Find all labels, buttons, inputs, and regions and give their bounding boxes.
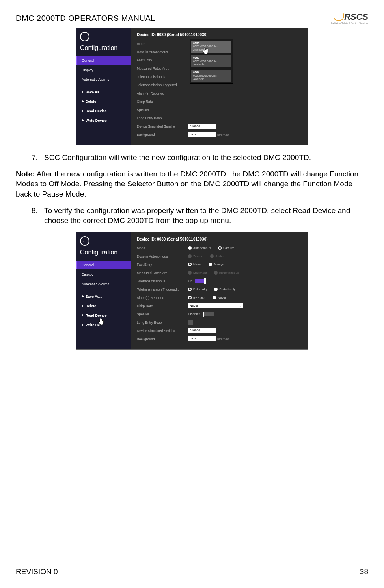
sidebar-item-delete[interactable]: +Delete xyxy=(76,97,131,106)
config-title-2: Configuration xyxy=(76,249,131,261)
radio-autonomous[interactable]: Autonomous xyxy=(188,246,211,250)
radio-never[interactable]: Never xyxy=(188,263,201,266)
radio-byflash[interactable]: By Flash xyxy=(188,296,205,299)
checkbox-beep[interactable] xyxy=(188,320,193,325)
serial-input-2[interactable]: 010030 xyxy=(188,328,216,333)
background-input-2[interactable]: 0.00 xyxy=(188,336,216,341)
back-button-2[interactable]: ← xyxy=(80,236,89,246)
step-list-2: 8.To verify the configuration was proper… xyxy=(16,206,368,226)
screenshot-read-device: ← Configuration General Display Automati… xyxy=(76,232,308,350)
sidebar-item-write[interactable]: +Write Device xyxy=(76,116,131,125)
chevron-down-icon: ⌄ xyxy=(239,304,242,308)
page-footer: REVISION 0 38 xyxy=(16,568,368,576)
sidebar-item-saveas-2[interactable]: +Save As... xyxy=(76,292,131,301)
background-input[interactable]: 0.00 xyxy=(188,132,216,137)
config-sidebar-2: ← Configuration General Display Automati… xyxy=(76,232,131,349)
device-select-popup: 0030 0023:c500:0000:1ee Available 0003 0… xyxy=(190,39,233,84)
sidebar-item-alarms-2[interactable]: Automatic Alarms xyxy=(76,280,131,288)
sidebar-item-write-2[interactable]: +Write De xyxy=(76,321,131,329)
cursor-hand-icon xyxy=(202,47,209,56)
device-id-header-2: Device ID: 0030 (Serial 501011010030) xyxy=(137,237,302,241)
radio-alarm-never[interactable]: Never xyxy=(213,296,226,299)
cursor-hand-icon-2 xyxy=(98,317,105,326)
serial-input[interactable]: 010030 xyxy=(188,124,216,129)
sidebar-item-general-2[interactable]: General xyxy=(76,261,131,269)
step-7: 7.SCC Configuration will write the new c… xyxy=(32,152,368,163)
popup-device-0030[interactable]: 0030 0023:c500:0000:1ee Available xyxy=(191,41,231,53)
device-id-header: Device ID: 0030 (Serial 501011010030) xyxy=(137,33,302,37)
sidebar-item-alarms[interactable]: Automatic Alarms xyxy=(76,75,131,84)
toggle-teletrans[interactable]: On xyxy=(188,279,206,283)
back-button[interactable]: ← xyxy=(80,32,89,41)
radio-externally[interactable]: Externally xyxy=(188,288,207,291)
popup-device-0003[interactable]: 0003 0023:c500:0000:1e Available xyxy=(191,55,231,67)
sidebar-item-saveas[interactable]: +Save As... xyxy=(76,88,131,96)
sidebar-item-display[interactable]: Display xyxy=(76,66,131,74)
screenshot-write-device: ← Configuration General Display Automati… xyxy=(76,28,308,145)
radio-zeroed[interactable]: Zeroed xyxy=(188,254,203,258)
sidebar-item-read[interactable]: +Read Device xyxy=(76,107,131,115)
sidebar-item-display-2[interactable]: Display xyxy=(76,270,131,279)
manual-title: DMC 2000TD OPERATORS MANUAL xyxy=(16,14,155,23)
radio-maximum[interactable]: Maximum xyxy=(188,271,207,275)
popup-device-0004[interactable]: 0004 0023:c500:0000:ec Available xyxy=(191,70,231,82)
step-list: 7.SCC Configuration will write the new c… xyxy=(16,152,368,163)
radio-satellite[interactable]: Satellite xyxy=(218,246,234,250)
step-8: 8.To verify the configuration was proper… xyxy=(32,206,368,226)
sidebar-item-delete-2[interactable]: +Delete xyxy=(76,302,131,310)
page-number: 38 xyxy=(360,568,368,576)
config-main-2: Device ID: 0030 (Serial 501011010030) Mo… xyxy=(131,232,308,349)
revision-label: REVISION 0 xyxy=(16,568,58,576)
sidebar-item-general[interactable]: General xyxy=(76,56,131,65)
radio-addedup[interactable]: Added Up xyxy=(210,254,229,258)
config-title: Configuration xyxy=(76,45,131,56)
radio-periodically[interactable]: Periodically xyxy=(214,288,235,291)
radio-always[interactable]: Always xyxy=(209,263,224,266)
chirp-select[interactable]: Never⌄ xyxy=(188,303,243,308)
note-paragraph: Note: After the new configuration is wri… xyxy=(16,169,368,199)
toggle-speaker[interactable]: Disabled xyxy=(188,312,214,316)
page-header: DMC 2000TD OPERATORS MANUAL RSCS Radiati… xyxy=(16,12,368,24)
radio-instant[interactable]: Instantaneous xyxy=(214,271,239,275)
config-sidebar: ← Configuration General Display Automati… xyxy=(76,28,131,145)
rscs-logo: RSCS Radiation Safety & Control Services xyxy=(331,12,368,24)
config-main: Device ID: 0030 (Serial 501011010030) Mo… xyxy=(131,28,308,145)
